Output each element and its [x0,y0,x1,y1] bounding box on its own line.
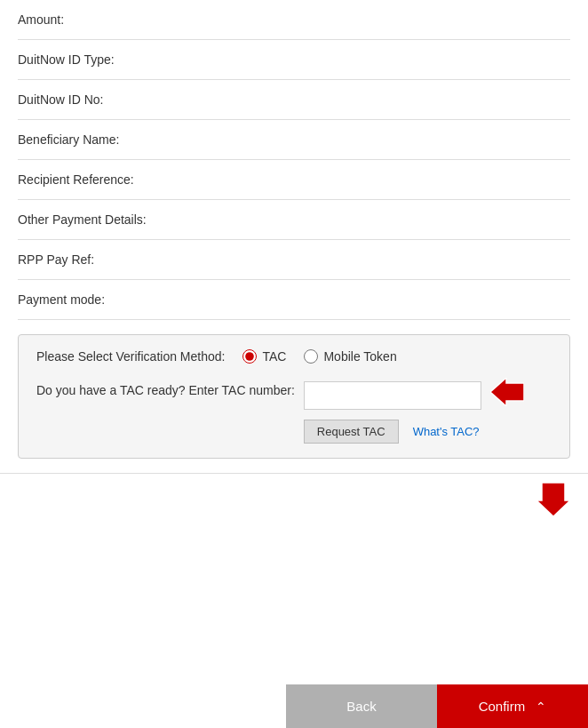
mobile-token-radio[interactable] [304,349,318,364]
divider-bottom [0,473,588,474]
tac-input-row: Do you have a TAC ready? Enter TAC numbe… [36,378,552,444]
confirm-label: Confirm [479,699,526,714]
radio-option-tac[interactable]: TAC [242,349,286,364]
form-row-beneficiary-name: Beneficiary Name: [18,120,570,160]
tac-label-text: TAC [262,349,286,364]
form-label-payment-mode: Payment mode: [18,292,570,307]
svg-marker-0 [490,378,524,406]
bottom-arrow-section [0,483,588,524]
tac-radio[interactable] [242,349,257,364]
tac-input-area: Request TAC What's TAC? [304,378,524,444]
form-row-duitnow-id-type: DuitNow ID Type: [18,40,570,80]
form-label-rpp-pay-ref: RPP Pay Ref: [18,252,570,267]
mobile-token-label-text: Mobile Token [323,349,396,364]
footer-buttons: Back Confirm ⌃ [0,684,588,728]
verification-method-row: Please Select Verification Method: TAC M… [36,349,552,364]
tac-question-label: Do you have a TAC ready? Enter TAC numbe… [36,378,295,397]
verification-box: Please Select Verification Method: TAC M… [18,334,570,459]
form-row-payment-mode: Payment mode: [18,280,570,320]
left-arrow-icon [490,378,524,412]
tac-input-with-arrow [304,378,524,412]
form-row-amount: Amount: [18,0,570,40]
form-row-rpp-pay-ref: RPP Pay Ref: [18,240,570,280]
form-row-other-payment-details: Other Payment Details: [18,200,570,240]
form-section: Amount:DuitNow ID Type:DuitNow ID No:Ben… [0,0,588,320]
form-label-recipient-reference: Recipient Reference: [18,172,570,187]
back-button[interactable]: Back [286,684,437,728]
tac-number-input[interactable] [304,381,481,410]
whats-tac-link[interactable]: What's TAC? [413,425,480,438]
confirm-button[interactable]: Confirm ⌃ [437,684,588,728]
chevron-up-icon: ⌃ [536,700,546,714]
request-tac-button[interactable]: Request TAC [304,420,399,444]
form-row-recipient-reference: Recipient Reference: [18,160,570,200]
form-label-amount: Amount: [18,12,570,27]
down-arrow-icon [536,483,570,524]
form-label-beneficiary-name: Beneficiary Name: [18,132,570,147]
svg-marker-1 [536,483,570,516]
tac-buttons: Request TAC What's TAC? [304,420,524,444]
form-label-duitnow-id-no: DuitNow ID No: [18,92,570,107]
form-row-duitnow-id-no: DuitNow ID No: [18,80,570,120]
radio-group: TAC Mobile Token [242,349,396,364]
form-label-duitnow-id-type: DuitNow ID Type: [18,52,570,67]
radio-option-mobile-token[interactable]: Mobile Token [304,349,396,364]
verification-method-label: Please Select Verification Method: [36,349,225,364]
form-label-other-payment-details: Other Payment Details: [18,212,570,227]
